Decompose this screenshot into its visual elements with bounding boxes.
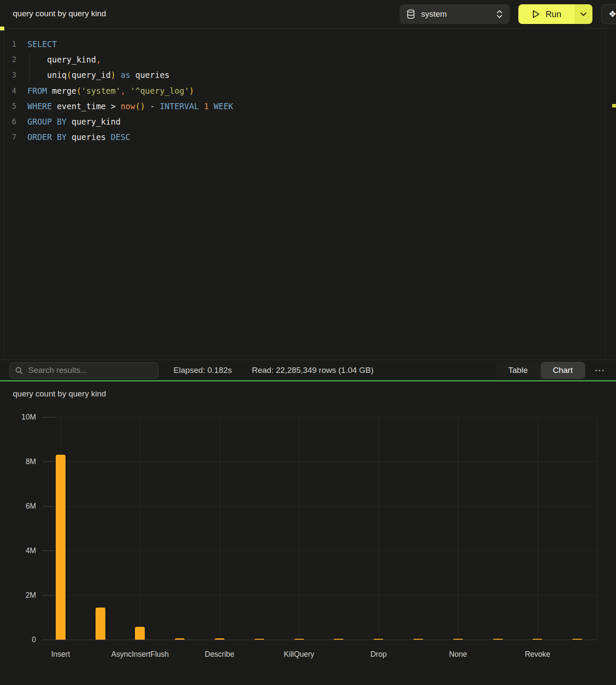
- gridline-horizontal: [42, 506, 597, 506]
- code-text: FROM merge('system', '^query_log'): [27, 83, 194, 98]
- bar: [532, 638, 543, 640]
- code-line: 4FROM merge('system', '^query_log'): [0, 83, 607, 98]
- view-toggle: Table Chart: [496, 362, 585, 379]
- bar: [174, 637, 185, 640]
- bar: [452, 638, 464, 640]
- gridline-horizontal: [42, 462, 597, 462]
- gridline-horizontal: [42, 640, 597, 640]
- gridline-vertical: [458, 417, 458, 640]
- bar: [333, 638, 344, 640]
- run-button-label: Run: [546, 9, 562, 19]
- plot-right-border: [597, 417, 598, 640]
- x-tick-label: Drop: [338, 650, 419, 659]
- code-text: ORDER BY queries DESC: [27, 129, 130, 145]
- gridline-vertical: [220, 417, 220, 640]
- line-number: 5: [0, 102, 16, 110]
- bar: [214, 637, 225, 640]
- more-options-button[interactable]: ⋯: [591, 363, 608, 378]
- x-tick-label: Describe: [179, 650, 260, 659]
- y-tick-label: 4M: [10, 546, 36, 555]
- bar: [373, 638, 384, 640]
- code-text: WHERE event_time > now() - INTERVAL 1 WE…: [27, 98, 233, 114]
- gridline-vertical: [299, 417, 299, 640]
- gridline-vertical: [379, 417, 379, 640]
- gridline-horizontal: [42, 595, 597, 596]
- run-button-group: Run: [518, 4, 592, 24]
- code-text: uniq(query_id) as queries: [27, 67, 170, 83]
- y-axis-tick: [42, 640, 56, 640]
- tab-chart[interactable]: Chart: [541, 362, 586, 379]
- gridline-horizontal: [42, 417, 597, 417]
- header: query count by query kind system Run ❖: [0, 0, 616, 29]
- chevron-down-icon: [580, 12, 587, 16]
- editor-edge-marker: [0, 27, 4, 30]
- x-tick-label: Revoke: [497, 650, 578, 659]
- ai-assist-button[interactable]: ❖: [601, 4, 616, 24]
- tab-table[interactable]: Table: [496, 362, 541, 379]
- sql-editor[interactable]: 1SELECT2 query_kind,3 uniq(query_id) as …: [0, 29, 616, 360]
- code-line: 2 query_kind,: [0, 52, 607, 67]
- play-icon: [532, 9, 540, 19]
- bar: [55, 454, 66, 640]
- y-tick-label: 10M: [10, 413, 36, 422]
- bar: [254, 638, 265, 640]
- x-tick-label: KillQuery: [258, 650, 340, 659]
- run-button[interactable]: Run: [518, 4, 574, 24]
- chart-panel: query count by query kind 10M8M6M4M2M0In…: [0, 381, 616, 685]
- code-line: 3 uniq(query_id) as queries: [0, 67, 607, 83]
- line-number: 2: [0, 55, 16, 64]
- search-input[interactable]: [27, 365, 153, 375]
- y-axis-tick: [42, 595, 56, 596]
- code-line: 5WHERE event_time > now() - INTERVAL 1 W…: [0, 98, 607, 114]
- bar: [95, 607, 106, 640]
- updown-chevron-icon: [496, 9, 503, 19]
- code-text: query_kind,: [27, 52, 101, 67]
- line-number: 4: [0, 86, 16, 95]
- y-tick-label: 6M: [10, 502, 36, 511]
- overview-ruler-marker: [612, 104, 616, 107]
- run-options-dropdown[interactable]: [574, 4, 592, 24]
- read-stat: Read: 22,285,349 rows (1.04 GB): [252, 360, 374, 381]
- gridline-vertical: [140, 417, 141, 640]
- line-number: 6: [0, 117, 16, 126]
- bar: [293, 638, 305, 640]
- code-text: GROUP BY query_kind: [27, 114, 120, 129]
- bar: [571, 638, 583, 640]
- ellipsis-icon: ⋯: [595, 364, 605, 376]
- code-text: SELECT: [27, 36, 57, 52]
- code-line: 7ORDER BY queries DESC: [0, 129, 607, 145]
- database-icon: [407, 9, 415, 19]
- bar: [134, 626, 146, 640]
- page-title: query count by query kind: [13, 9, 106, 18]
- y-axis-tick: [42, 506, 56, 506]
- code-line: 6GROUP BY query_kind: [0, 114, 607, 129]
- code-line: 1SELECT: [0, 36, 607, 52]
- y-axis-tick: [42, 462, 56, 462]
- gridline-horizontal: [42, 551, 597, 551]
- search-icon: [15, 366, 23, 375]
- results-toolbar: Elapsed: 0.182s Read: 22,285,349 rows (1…: [0, 360, 616, 381]
- sparkle-icon: ❖: [609, 9, 616, 19]
- line-number: 1: [0, 40, 16, 48]
- elapsed-stat: Elapsed: 0.182s: [173, 360, 232, 381]
- x-tick-label: None: [417, 650, 499, 659]
- y-tick-label: 8M: [10, 457, 36, 466]
- y-tick-label: 0: [10, 635, 36, 644]
- search-box[interactable]: [9, 362, 158, 378]
- y-axis-tick: [42, 551, 56, 551]
- database-selector[interactable]: system: [400, 4, 510, 24]
- x-tick-label: AsyncInsertFlush: [99, 650, 181, 659]
- x-tick-label: Insert: [20, 650, 101, 659]
- bar: [413, 638, 424, 640]
- database-selector-value: system: [421, 9, 496, 19]
- bar: [492, 638, 504, 640]
- code-lines: 1SELECT2 query_kind,3 uniq(query_id) as …: [0, 36, 607, 145]
- y-axis-tick: [42, 417, 56, 417]
- line-number: 7: [0, 133, 16, 141]
- gridline-vertical: [538, 417, 538, 640]
- y-tick-label: 2M: [10, 591, 36, 600]
- chart-title: query count by query kind: [13, 389, 106, 399]
- line-number: 3: [0, 71, 16, 79]
